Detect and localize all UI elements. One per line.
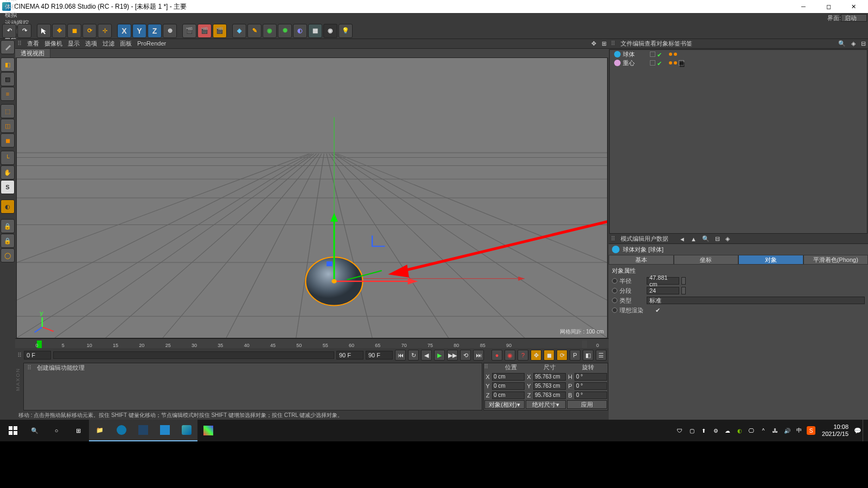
tray-volume-icon[interactable]: 🔊 (783, 426, 792, 435)
seg-anim[interactable] (612, 288, 617, 293)
om-view-icon[interactable]: ◈ (851, 40, 856, 47)
add-spline[interactable]: ✎ (247, 24, 261, 38)
key-menu[interactable]: ☰ (596, 350, 607, 361)
taskbar-clock[interactable]: 10:08 2021/2/15 (818, 423, 853, 438)
tray-gpu-icon[interactable]: ⚙ (711, 426, 720, 435)
tray-shield-icon[interactable]: 🛡 (675, 426, 684, 435)
add-light[interactable]: ◉ (323, 24, 337, 38)
key-pla[interactable]: ◧ (583, 350, 593, 361)
om-filter-icon[interactable]: ⊟ (861, 40, 866, 47)
snap-button[interactable]: S (1, 180, 15, 194)
vpmenu-ProRender[interactable]: ProRender (137, 40, 166, 47)
scale-tool[interactable]: ◼ (67, 24, 81, 38)
size-field[interactable]: 95.763 cm (533, 382, 566, 390)
vpmenu-摄像机[interactable]: 摄像机 (44, 40, 62, 47)
attrmenu-编辑[interactable]: 编辑 (633, 235, 644, 242)
render-anim[interactable] (612, 307, 617, 313)
seg-spinner[interactable] (681, 287, 686, 294)
attrmenu-用户数据[interactable]: 用户数据 (644, 235, 668, 242)
goto-start[interactable]: ⏮ (395, 350, 406, 361)
pos-field[interactable]: 0 cm (492, 382, 525, 390)
rec-key[interactable]: ● (492, 350, 502, 361)
vis-dot2[interactable] (674, 53, 677, 56)
layer-flag[interactable] (650, 52, 655, 57)
menu-体积[interactable]: 体积 (1, 3, 33, 11)
make-editable[interactable] (1, 40, 15, 54)
tray-network-icon[interactable]: 🖧 (771, 426, 780, 435)
render-settings[interactable]: 🎬 (213, 24, 227, 38)
attr-prev-icon[interactable]: ◄ (679, 236, 685, 242)
add-generator[interactable]: ◉ (263, 24, 277, 38)
goto-end[interactable]: ⏭ (473, 350, 484, 361)
pos-field[interactable]: 0 cm (492, 391, 525, 399)
object-row[interactable]: 重心 ✔ ▨ (610, 59, 867, 67)
rot-field[interactable]: 0 ° (575, 373, 607, 381)
tag-flag[interactable]: ▨ (679, 60, 684, 66)
layer-flag[interactable] (650, 60, 655, 66)
attr-search-icon[interactable]: 🔍 (702, 235, 710, 242)
notifications-button[interactable]: 💬 (853, 420, 863, 441)
attrmenu-模式[interactable]: 模式 (621, 235, 633, 242)
vpmenu-选项[interactable]: 选项 (85, 40, 97, 47)
type-dropdown[interactable]: 标准 (647, 297, 865, 304)
vis-dot1[interactable] (669, 61, 672, 65)
timeline-scrub[interactable] (53, 351, 334, 359)
next-frame[interactable]: ▶▶ (447, 350, 458, 361)
show-desktop[interactable] (863, 420, 866, 441)
vpmenu-显示[interactable]: 显示 (68, 40, 80, 47)
matmenu-纹理[interactable]: 纹理 (73, 364, 85, 371)
attr-tab-3[interactable]: 平滑着色(Phong) (803, 255, 869, 265)
maximize-button[interactable]: ◻ (816, 0, 841, 13)
matmenu-编辑[interactable]: 编辑 (49, 364, 61, 371)
attr-tab-0[interactable]: 基本 (609, 255, 674, 265)
rot-field[interactable]: 0 ° (575, 382, 607, 390)
locked-3[interactable]: ◯ (1, 248, 15, 262)
coord-apply[interactable]: 应用 (567, 400, 607, 409)
add-deformer[interactable]: ✺ (278, 24, 292, 38)
tray-nvidia-icon[interactable]: ◐ (735, 426, 744, 435)
add-light2[interactable]: 💡 (339, 24, 353, 38)
radius-anim[interactable] (612, 278, 617, 284)
type-anim[interactable] (612, 298, 617, 303)
key-pos[interactable]: ✥ (531, 350, 541, 361)
point-mode[interactable]: ⬚ (1, 104, 15, 118)
texture-mode[interactable]: ▨ (1, 72, 15, 86)
start-button[interactable] (2, 420, 24, 441)
objmenu-标签[interactable]: 标签 (668, 40, 680, 47)
timeline-ruler[interactable]: 051015202530354045505560657075808590 0 (15, 338, 609, 348)
objmenu-书签[interactable]: 书签 (680, 40, 692, 47)
frame-end[interactable]: 90 F (366, 351, 393, 359)
attr-new-icon[interactable]: ◈ (725, 235, 730, 242)
pos-field[interactable]: 0 cm (492, 373, 525, 381)
tray-usb-icon[interactable]: ⬆ (699, 426, 708, 435)
last-tool[interactable]: ⊹ (98, 24, 112, 38)
add-environment[interactable]: ◐ (293, 24, 307, 38)
key-param[interactable]: P (570, 350, 580, 361)
om-search-icon[interactable]: 🔍 (838, 40, 846, 47)
undo-button[interactable]: ↶ (2, 24, 16, 38)
edge-mode[interactable]: ◫ (1, 119, 15, 133)
attr-up-icon[interactable]: ▲ (691, 236, 697, 242)
vpmenu-面板[interactable]: 面板 (120, 40, 132, 47)
menu-模拟[interactable]: 模拟 (1, 11, 33, 19)
axis-mode[interactable]: └ (1, 151, 15, 165)
tray-sogou-icon[interactable]: S (807, 426, 815, 435)
key-opts[interactable]: ? (518, 350, 528, 361)
size-field[interactable]: 95.763 cm (533, 391, 566, 399)
locked-2[interactable]: 🔒 (1, 234, 15, 248)
coord-system[interactable]: ⊕ (163, 24, 177, 38)
matmenu-功能[interactable]: 功能 (61, 364, 73, 371)
x-axis-lock[interactable]: X (117, 24, 131, 38)
y-axis-lock[interactable]: Y (132, 24, 146, 38)
tray-up-icon[interactable]: ^ (759, 426, 768, 435)
autokey[interactable]: ◉ (505, 350, 515, 361)
prev-frame[interactable]: ◀ (421, 350, 432, 361)
layout-selector[interactable]: 启动 (841, 14, 867, 22)
vpmenu-过滤[interactable]: 过滤 (103, 40, 114, 47)
render-checkbox[interactable]: ✔ (654, 307, 661, 313)
size-field[interactable]: 95.763 cm (533, 373, 566, 381)
attr-lock-icon[interactable]: ⊟ (715, 235, 720, 242)
viewport-tab[interactable]: 透视视图 (15, 49, 50, 57)
app6-taskbtn[interactable] (197, 420, 219, 441)
object-row[interactable]: 球体 ✔ (610, 50, 867, 59)
